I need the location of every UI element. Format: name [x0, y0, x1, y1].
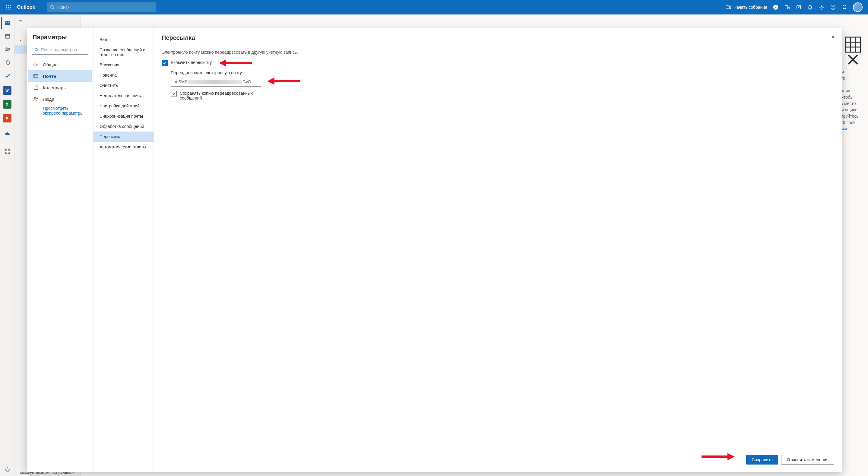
rail-onedrive-icon[interactable] — [1, 128, 13, 140]
svg-point-38 — [35, 64, 36, 65]
subnav-item[interactable]: Очистить — [93, 80, 154, 90]
settings-subnav: ВидСоздание сообщений и ответ на нихВлож… — [93, 28, 154, 472]
subnav-item[interactable]: Автоматические ответы — [93, 142, 154, 152]
category-label: Общие — [43, 62, 58, 67]
svg-point-4 — [8, 7, 9, 8]
subnav-item[interactable]: Обработка сообщений — [93, 121, 154, 131]
start-meeting-button[interactable]: Начать собрание — [726, 5, 767, 10]
enable-forwarding-row: Включить пересылку — [162, 60, 834, 66]
svg-point-36 — [35, 48, 38, 51]
redacted-value — [188, 80, 242, 84]
svg-point-26 — [8, 48, 10, 50]
svg-rect-14 — [785, 6, 788, 9]
rail-calendar-icon[interactable] — [1, 30, 13, 42]
settings-modal: Параметры Общие Почта Календарь Люди — [27, 28, 842, 472]
keep-copy-label: Сохранять копию переадресованных сообщен… — [180, 91, 267, 100]
quick-settings-link[interactable]: Просмотреть экспресс-параметры — [28, 105, 92, 117]
category-label: Почта — [43, 73, 56, 79]
svg-point-8 — [10, 9, 11, 10]
svg-rect-39 — [34, 75, 38, 78]
app-rail: W X P — [0, 14, 14, 476]
subnav-item[interactable]: Правила — [93, 70, 154, 80]
cancel-button[interactable]: Отменить изменения — [781, 455, 834, 465]
help-icon[interactable] — [830, 4, 836, 10]
teams-icon[interactable] — [784, 4, 790, 10]
svg-point-15 — [788, 6, 789, 7]
rail-premium-icon[interactable] — [1, 464, 13, 476]
rail-word-icon[interactable]: W — [3, 86, 11, 95]
notifications-icon[interactable] — [807, 4, 813, 10]
annotation-arrow-icon — [702, 452, 735, 461]
reading-link-1[interactable]: Outlook — [841, 120, 855, 125]
svg-rect-29 — [5, 152, 7, 153]
subnav-item[interactable]: Пересылка — [93, 131, 154, 142]
svg-point-25 — [6, 48, 7, 50]
search-icon — [50, 5, 55, 10]
search-icon — [35, 48, 38, 52]
rail-powerpoint-icon[interactable]: P — [3, 114, 11, 122]
enable-forwarding-checkbox[interactable] — [162, 60, 168, 66]
rail-files-icon[interactable] — [1, 57, 13, 69]
subnav-item[interactable]: Нежелательная почта — [93, 90, 154, 101]
svg-rect-21 — [5, 34, 10, 38]
keep-copy-row: Сохранять копию переадресованных сообщен… — [171, 91, 267, 100]
search-input[interactable] — [58, 5, 153, 10]
svg-point-5 — [10, 7, 11, 8]
header-actions: Начать собрание S — [726, 2, 866, 12]
app-launcher-icon[interactable] — [2, 1, 14, 13]
settings-title: Параметры — [28, 34, 92, 45]
subnav-item[interactable]: Вид — [93, 34, 154, 44]
reading-text-fragment: ы те ания Чтобы ь место м ящике, ируйтес… — [841, 69, 859, 132]
svg-point-1 — [8, 5, 9, 6]
settings-icon[interactable] — [818, 4, 825, 10]
skype-icon[interactable]: S — [773, 4, 779, 10]
modal-footer: Сохранить Отменить изменения — [162, 451, 834, 466]
svg-point-3 — [6, 7, 7, 8]
svg-rect-40 — [34, 86, 38, 90]
subnav-item[interactable]: Вложения — [93, 60, 154, 70]
start-meeting-label: Начать собрание — [734, 5, 767, 10]
svg-point-17 — [820, 6, 822, 8]
calendar-icon — [33, 85, 39, 90]
svg-rect-30 — [8, 152, 10, 153]
pane-heading: Пересылка — [162, 34, 834, 41]
category-calendar[interactable]: Календарь — [28, 82, 92, 93]
pane-description: Электронную почту можно переадресовать в… — [162, 50, 834, 55]
global-search[interactable] — [47, 2, 156, 12]
forward-to-input[interactable]: -mSM2 GvO… — [171, 77, 261, 87]
rail-mail-icon[interactable] — [1, 17, 13, 29]
account-avatar[interactable] — [853, 2, 863, 12]
subnav-item[interactable]: Синхронизация почты — [93, 111, 154, 121]
rail-more-apps-icon[interactable] — [1, 145, 13, 157]
svg-point-0 — [6, 5, 7, 6]
svg-rect-28 — [8, 149, 10, 151]
subnav-item[interactable]: Создание сообщений и ответ на них — [93, 44, 154, 60]
svg-rect-20 — [5, 21, 10, 25]
hamburger-icon[interactable]: ☰ — [14, 18, 81, 26]
todo-icon[interactable] — [796, 4, 802, 10]
video-icon — [726, 5, 731, 9]
rail-excel-icon[interactable]: X — [3, 100, 11, 109]
annotation-arrow-icon — [267, 77, 300, 85]
svg-point-19 — [833, 8, 833, 9]
subnav-item[interactable]: Настройка действий — [93, 101, 154, 111]
svg-text:S: S — [775, 6, 777, 9]
rail-people-icon[interactable] — [1, 43, 13, 56]
settings-search-input[interactable] — [41, 47, 86, 52]
category-mail[interactable]: Почта — [28, 70, 92, 82]
category-general[interactable]: Общие — [28, 59, 92, 70]
settings-content: ✕ Пересылка Электронную почту можно пере… — [154, 28, 842, 472]
settings-search[interactable] — [32, 45, 88, 55]
close-icon[interactable]: ✕ — [831, 34, 835, 40]
brand-label[interactable]: Outlook — [17, 4, 35, 10]
rail-todo-icon[interactable] — [1, 70, 13, 82]
save-button[interactable]: Сохранить — [746, 455, 778, 465]
svg-point-7 — [8, 9, 9, 10]
app-header: Outlook Начать собрание S — [0, 0, 868, 14]
svg-rect-11 — [726, 6, 729, 9]
empty-state-icon — [844, 36, 862, 70]
svg-rect-31 — [845, 37, 861, 52]
keep-copy-checkbox[interactable] — [171, 91, 177, 97]
category-people[interactable]: Люди — [28, 93, 92, 105]
whats-new-icon[interactable] — [841, 4, 847, 10]
